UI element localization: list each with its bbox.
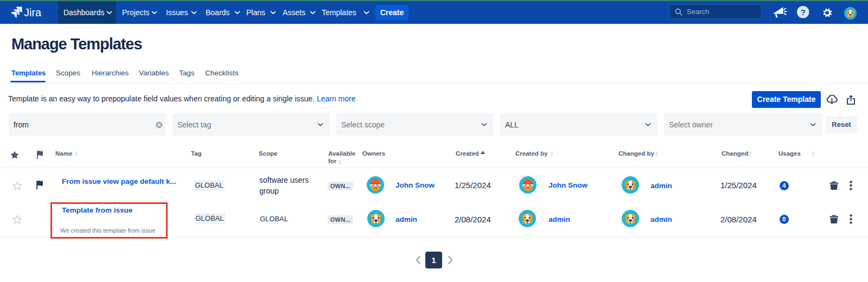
- svg-text:?: ?: [801, 8, 806, 17]
